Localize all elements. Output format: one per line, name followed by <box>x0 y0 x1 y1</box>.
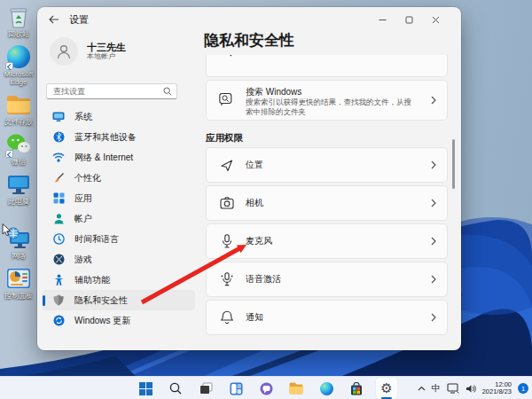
settings-search-box[interactable] <box>46 83 177 99</box>
search-icon <box>169 382 182 395</box>
sidebar-item-personalization[interactable]: 个性化 <box>43 168 195 188</box>
desktop-icon-label: 网络 <box>12 252 26 260</box>
sidebar-item-network-internet[interactable]: 网络 & Internet <box>43 147 195 168</box>
sidebar-item-label: 系统 <box>74 111 92 123</box>
settings-search-input[interactable] <box>51 86 163 97</box>
desktop-icon-folder[interactable]: 文件存放 <box>0 91 37 126</box>
desktop-icon-label: Microsoft Edge <box>0 70 37 86</box>
system-tray: 中 12:00 2021/8/23 1 <box>418 377 528 399</box>
back-button[interactable] <box>43 11 66 28</box>
sidebar-item-accounts[interactable]: 帐户 <box>43 208 195 229</box>
sidebar-item-windows-update[interactable]: Windows 更新 <box>43 310 195 331</box>
wifi-icon <box>52 152 65 164</box>
sidebar-item-accessibility[interactable]: 辅助功能 <box>43 270 195 290</box>
taskbar: ⚙ 中 12:00 2021/8/23 1 <box>0 376 532 399</box>
window-controls <box>369 7 449 32</box>
desktop-icon-label: 此电脑 <box>8 198 29 206</box>
maximize-button[interactable] <box>395 10 422 29</box>
desktop-icon-recycle-bin[interactable]: 回收站 <box>0 4 37 38</box>
sidebar-item-label: 辅助功能 <box>74 274 110 286</box>
edge-button[interactable] <box>316 378 337 399</box>
minimize-button[interactable] <box>369 10 395 29</box>
card-title: 搜索 Windows <box>246 86 431 98</box>
desktop-icon-this-pc[interactable]: 此电脑 <box>0 171 37 206</box>
section-header: 应用权限 <box>206 132 243 145</box>
edge-icon <box>320 382 333 395</box>
sidebar-item-privacy-security[interactable]: 隐私和安全性 <box>43 290 195 310</box>
search-windows-icon <box>219 92 234 106</box>
this-pc-icon <box>5 171 32 198</box>
window-title: 设置 <box>69 13 89 27</box>
store-button[interactable] <box>346 378 367 399</box>
permission-notifications[interactable]: 通知 <box>206 300 448 335</box>
sidebar-item-time-language[interactable]: 时间和语言 <box>43 229 195 249</box>
wechat-icon <box>5 131 32 158</box>
desktop-icon-control-panel[interactable]: 控制面板 <box>0 265 37 300</box>
page-title: 隐私和安全性 <box>204 30 294 51</box>
sidebar-item-label: Windows 更新 <box>74 315 130 327</box>
task-view-button[interactable] <box>195 378 216 399</box>
clock-globe-icon <box>52 233 65 246</box>
ime-indicator[interactable]: 中 <box>432 382 441 395</box>
tray-chevron-up-icon[interactable] <box>418 386 426 391</box>
bluetooth-icon <box>52 131 65 144</box>
sidebar-item-gaming[interactable]: 游戏 <box>43 249 195 270</box>
sidebar-item-label: 应用 <box>74 192 92 205</box>
user-account-type: 本地帐户 <box>87 52 126 61</box>
user-profile[interactable]: 十三先生 本地帐户 <box>50 37 126 66</box>
paintbrush-icon <box>52 172 65 184</box>
sidebar-item-label: 时间和语言 <box>74 233 119 246</box>
permission-camera[interactable]: 相机 <box>206 185 448 221</box>
sidebar-item-system[interactable]: 系统 <box>43 106 195 127</box>
volume-icon[interactable] <box>466 384 476 394</box>
clipped-card-region: 安全搜索、云内容搜索、搜索历史记录 <box>206 55 448 78</box>
taskbar-search-button[interactable] <box>165 378 186 399</box>
chat-button[interactable] <box>255 378 277 399</box>
chevron-right-icon <box>431 237 436 246</box>
desktop: 回收站 Microsoft Edge 文件存放 <box>0 0 532 399</box>
file-explorer-button[interactable] <box>286 378 307 399</box>
sidebar-item-apps[interactable]: 应用 <box>43 188 195 208</box>
taskbar-clock[interactable]: 12:00 2021/8/23 <box>482 381 512 396</box>
update-icon <box>52 315 65 327</box>
start-button[interactable] <box>135 378 156 399</box>
back-arrow-icon <box>49 15 59 24</box>
xbox-icon <box>52 254 65 266</box>
chevron-right-icon <box>431 275 436 284</box>
desktop-icon-edge[interactable]: Microsoft Edge <box>0 43 37 86</box>
chevron-right-icon <box>431 313 436 322</box>
sidebar-item-bluetooth-devices[interactable]: 蓝牙和其他设备 <box>43 127 195 147</box>
network-status-icon[interactable] <box>447 383 459 394</box>
sidebar-item-label: 个性化 <box>74 172 101 184</box>
store-icon <box>350 382 363 395</box>
widgets-button[interactable] <box>225 378 246 399</box>
desktop-icon-wechat[interactable]: 微信 <box>0 131 37 166</box>
file-explorer-icon <box>289 382 303 395</box>
permission-microphone[interactable]: 麦克风 <box>206 223 448 259</box>
minimize-icon <box>379 16 387 24</box>
permission-voice-activation[interactable]: 语音激活 <box>206 262 448 297</box>
desktop-icon-label: 控制面板 <box>4 292 33 300</box>
content-scrollbar[interactable] <box>452 139 455 189</box>
permission-label: 通知 <box>246 311 431 324</box>
recycle-bin-icon <box>5 4 32 30</box>
settings-button[interactable]: ⚙ <box>376 378 397 399</box>
permission-label: 位置 <box>246 159 431 171</box>
gear-icon: ⚙ <box>380 382 392 395</box>
control-panel-icon <box>5 265 32 292</box>
notification-badge[interactable]: 1 <box>518 383 528 394</box>
sidebar-item-label: 网络 & Internet <box>74 152 133 164</box>
edge-icon <box>5 43 32 70</box>
card-subtitle: 搜索索引以获得更快的结果，查找我的文件，从搜索中排除的文件夹 <box>246 98 414 117</box>
search-windows-card[interactable]: 搜索 Windows 搜索索引以获得更快的结果，查找我的文件，从搜索中排除的文件… <box>206 80 448 121</box>
permission-location[interactable]: 位置 <box>206 147 448 183</box>
shortcut-arrow-icon <box>5 150 13 158</box>
user-name: 十三先生 <box>87 42 126 52</box>
taskbar-center: ⚙ <box>135 377 397 399</box>
sidebar-item-label: 隐私和安全性 <box>74 294 128 307</box>
search-permissions-card[interactable]: 安全搜索、云内容搜索、搜索历史记录 <box>206 55 448 77</box>
close-button[interactable] <box>422 10 449 29</box>
avatar <box>50 37 78 66</box>
permission-label: 麦克风 <box>246 235 431 247</box>
close-icon <box>432 16 440 24</box>
